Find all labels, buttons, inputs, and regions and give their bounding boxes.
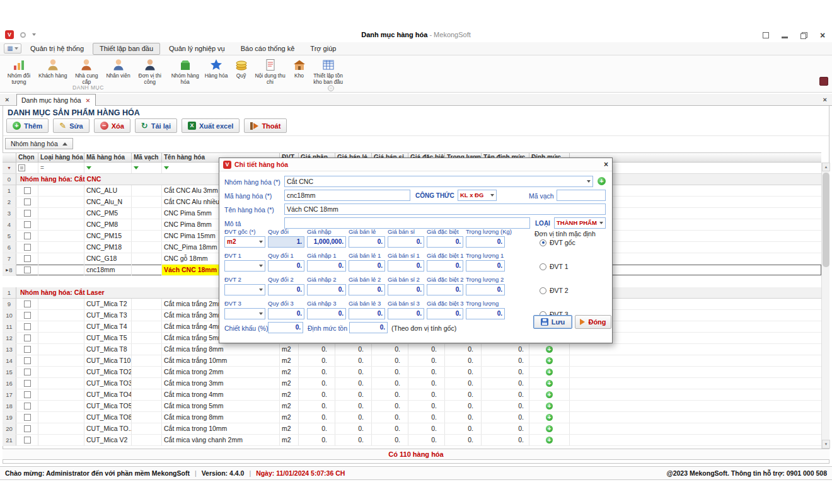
cell-ten-hang-hoa[interactable]: Cắt mica trong 2mm xyxy=(162,367,280,377)
row-checkbox[interactable] xyxy=(24,380,31,387)
cell-dvt[interactable]: m2 xyxy=(280,344,299,355)
row-checkbox[interactable] xyxy=(24,244,31,251)
table-row[interactable]: ▸14 CUT_Mica T10 Cắt mica trắng 10mm m2 … xyxy=(3,355,821,367)
cell-ma-hang-hoa[interactable]: CUT_Mica TO3 xyxy=(84,378,132,389)
ma-hang-hoa-input[interactable]: cnc18mm xyxy=(284,190,410,201)
cell-loai[interactable] xyxy=(38,208,84,219)
cell-dvt[interactable]: m2 xyxy=(280,401,299,411)
cell-gia-dac-biet[interactable]: 0. xyxy=(408,367,445,377)
table-row[interactable]: ▸20 CUT_Mica TO... Cắt mica trong 10mm m… xyxy=(3,423,821,435)
cell-ma-hang-hoa[interactable]: CUT_Mica TO4 xyxy=(84,389,132,400)
cell-ten-hang-hoa[interactable]: Cắt mica trong 8mm xyxy=(162,412,280,423)
cell-chon[interactable] xyxy=(16,355,38,366)
cell-chon[interactable] xyxy=(16,423,38,434)
cell-ten-hang-hoa[interactable]: Cắt mica vàng chanh 2mm xyxy=(162,435,280,445)
cell-chon[interactable] xyxy=(16,412,38,423)
tab-tro-giup[interactable]: Trợ giúp xyxy=(303,43,343,55)
cell-ma-vach[interactable] xyxy=(132,389,162,400)
cell-chon[interactable] xyxy=(16,401,38,411)
cell-trong-luong[interactable]: 0. xyxy=(445,389,482,400)
cell-chon[interactable] xyxy=(16,253,38,264)
cell-loai[interactable] xyxy=(38,299,84,309)
cell-ma-vach[interactable] xyxy=(132,231,162,241)
cell-chon[interactable] xyxy=(16,231,38,241)
cell-ma-vach[interactable] xyxy=(132,378,162,389)
cell-ma-hang-hoa[interactable]: CNC_PM8 xyxy=(84,219,132,230)
gia-dac-biet-input[interactable]: 0. xyxy=(427,284,463,295)
cell-ten-dinh-muc[interactable]: 0. xyxy=(482,401,529,411)
cell-loai[interactable] xyxy=(38,333,84,343)
reload-button[interactable]: ↻ Tải lại xyxy=(135,118,177,133)
cell-ma-hang-hoa[interactable]: CUT_Mica V2 xyxy=(84,435,132,445)
cell-gia-ban-le[interactable]: 0. xyxy=(335,412,372,423)
row-checkbox[interactable] xyxy=(24,437,31,444)
cell-loai[interactable] xyxy=(38,355,84,366)
cell-gia-nhap[interactable]: 0. xyxy=(299,344,335,355)
cell-chon[interactable] xyxy=(16,310,38,321)
cell-ma-hang-hoa[interactable]: CUT_Mica T5 xyxy=(84,333,132,343)
cell-trong-luong[interactable]: 0. xyxy=(445,378,482,389)
cell-ten-hang-hoa[interactable]: Cắt mica trong 5mm xyxy=(162,401,280,411)
cell-loai[interactable] xyxy=(38,401,84,411)
cell-ten-dinh-muc[interactable]: 0. xyxy=(482,435,529,445)
row-checkbox[interactable] xyxy=(24,369,31,375)
row-checkbox[interactable] xyxy=(24,312,31,319)
cell-chon[interactable] xyxy=(16,242,38,253)
filter-loai[interactable]: = xyxy=(38,163,84,173)
tab-quan-tri-he-thong[interactable]: Quản trị hệ thống xyxy=(23,43,91,55)
ribbon-launcher-button[interactable]: ◦ xyxy=(328,85,334,91)
table-row[interactable]: ▸19 CUT_Mica TO8 Cắt mica trong 8mm m2 0… xyxy=(3,412,821,423)
gia-dac-biet-input[interactable]: 0. xyxy=(427,236,463,248)
table-row[interactable]: ▸16 CUT_Mica TO3 Cắt mica trong 3mm m2 0… xyxy=(3,378,821,389)
row-checkbox[interactable] xyxy=(24,198,31,205)
fit-screen-button[interactable] xyxy=(761,31,770,40)
dinh-muc-ton-input[interactable]: 0. xyxy=(349,322,388,333)
cong-thuc-select[interactable]: KL x ĐG xyxy=(458,190,497,201)
cell-ten-hang-hoa[interactable]: Cắt mica trong 4mm xyxy=(162,389,280,400)
cell-dvt[interactable]: m2 xyxy=(280,367,299,377)
cell-loai[interactable] xyxy=(38,423,84,434)
cell-chon[interactable] xyxy=(16,265,38,275)
row-checkbox[interactable] xyxy=(24,323,31,330)
tabstrip-close-left-button[interactable]: × xyxy=(5,95,9,104)
cell-gia-dac-biet[interactable]: 0. xyxy=(408,423,445,434)
cell-ma-hang-hoa[interactable]: CUT_Mica TO8 xyxy=(84,412,132,423)
scroll-down-icon[interactable]: ▼ xyxy=(822,440,830,449)
cell-ten-dinh-muc[interactable]: 0. xyxy=(482,378,529,389)
cell-ma-hang-hoa[interactable]: CUT_Mica T3 xyxy=(84,310,132,321)
cell-loai[interactable] xyxy=(38,435,84,445)
cell-gia-dac-biet[interactable]: 0. xyxy=(408,389,445,400)
row-checkbox[interactable] xyxy=(24,357,31,364)
cell-gia-ban-si[interactable]: 0. xyxy=(372,378,408,389)
tab-close-icon[interactable]: ✕ xyxy=(86,97,91,104)
cell-dvt[interactable]: m2 xyxy=(280,378,299,389)
cell-chon[interactable] xyxy=(16,344,38,355)
cell-gia-ban-le[interactable]: 0. xyxy=(335,344,372,355)
add-dinh-muc-icon[interactable]: + xyxy=(546,357,553,364)
row-checkbox[interactable] xyxy=(24,266,31,273)
cell-ten-dinh-muc[interactable]: 0. xyxy=(482,389,529,400)
gia-ban-le-input[interactable]: 0. xyxy=(349,284,385,295)
cell-gia-ban-si[interactable]: 0. xyxy=(372,401,408,411)
scrollbar-thumb[interactable] xyxy=(823,173,829,267)
unit-select[interactable] xyxy=(224,308,265,319)
cell-ma-hang-hoa[interactable]: CUT_Mica T8 xyxy=(84,344,132,355)
cell-gia-nhap[interactable]: 0. xyxy=(299,389,335,400)
cell-loai[interactable] xyxy=(38,310,84,321)
ribbon-item-nhom-hang-hoa[interactable]: Nhóm hàng hóa xyxy=(168,57,203,86)
cell-chon[interactable] xyxy=(16,435,38,445)
cell-chon[interactable] xyxy=(16,389,38,400)
add-dinh-muc-icon[interactable]: + xyxy=(546,391,553,398)
ribbon-item-khach-hang[interactable]: Khách hàng xyxy=(37,57,69,80)
cell-ten-dinh-muc[interactable]: 0. xyxy=(482,412,529,423)
cell-ma-vach[interactable] xyxy=(132,208,162,219)
cell-chon[interactable] xyxy=(16,219,38,230)
add-dinh-muc-icon[interactable]: + xyxy=(546,380,553,387)
menu-launcher-button[interactable]: ▦ xyxy=(4,43,21,54)
trong-luong-input[interactable]: 0. xyxy=(466,260,505,272)
cell-ma-vach[interactable] xyxy=(132,310,162,321)
gia-ban-si-input[interactable]: 0. xyxy=(388,308,424,319)
gia-ban-le-input[interactable]: 0. xyxy=(349,308,385,319)
cell-ma-vach[interactable] xyxy=(132,185,162,196)
cell-loai[interactable] xyxy=(38,231,84,241)
